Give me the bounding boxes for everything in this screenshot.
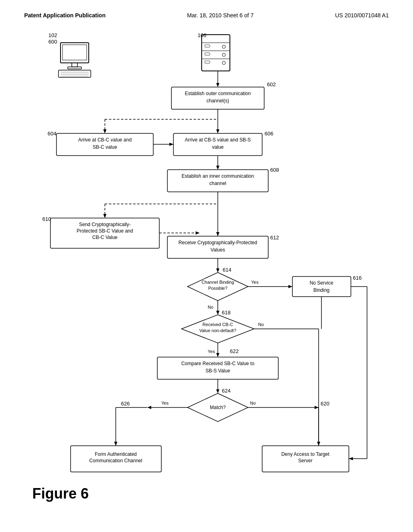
box-608-line2: channel [209,181,226,186]
svg-marker-58 [216,389,219,393]
svg-marker-67 [114,442,117,446]
box-602-line2: channel(s) [206,98,229,104]
diamond-614-line1: Channel Binding [202,280,234,285]
svg-marker-55 [216,353,219,357]
box-622-line2: SB-S Value [205,368,230,374]
yes-618: Yes [208,349,215,354]
box-604-line2: SB-C value [93,144,117,150]
page: Patent Application Publication Mar. 18, … [0,0,413,532]
box-606-line1: Arrive at CB-S value and SB-S [185,137,250,143]
label-600: 600 [48,39,57,45]
yes-624: Yes [161,401,169,405]
svg-marker-51 [216,311,219,315]
label-618: 618 [222,310,231,316]
svg-marker-60 [147,406,151,409]
yes-614: Yes [251,280,259,285]
label-624: 624 [222,388,231,394]
no-618: No [258,322,264,327]
label-620: 620 [321,401,330,407]
box-620-line2: Server [298,458,312,463]
svg-rect-49 [292,276,351,297]
svg-rect-1 [63,45,87,60]
server-icon [202,35,230,71]
label-612: 612 [270,235,279,241]
header-left: Patent Application Publication [24,12,106,19]
label-616: 616 [353,275,362,281]
computer-client-icon [58,43,91,77]
label-614: 614 [223,267,232,273]
diamond-614-line2: Possible? [208,286,227,291]
label-604: 604 [48,131,56,137]
label-622: 622 [230,348,239,354]
svg-rect-15 [205,45,210,47]
box-626-line1: Form Authenticated [95,451,137,457]
svg-rect-17 [205,61,210,63]
box-610-line3: CB-C Value [92,235,118,240]
box-620-line1: Deny Access to Target [281,451,330,457]
svg-marker-19 [216,83,219,87]
label-102: 102 [48,32,57,38]
box-610-line2: Protected SB-C Value and [77,228,133,234]
svg-point-12 [222,45,225,48]
diamond-618-line2: Value non-default? [199,328,236,333]
svg-marker-24 [103,129,106,133]
box-616-line2: Binding [313,287,330,293]
page-header: Patent Application Publication Mar. 18, … [24,12,389,19]
diamond-624-label: Match? [210,405,226,410]
label-106: 106 [198,32,206,38]
box-606-line2: value [212,144,224,150]
diagram-area: 102 106 600 Establish outer communicatio… [24,31,389,506]
box-612-line1: Receive Cryptographically-Protected [179,240,257,245]
svg-marker-32 [216,166,219,170]
svg-point-13 [222,53,225,56]
diagram-svg: 102 106 600 Establish outer communicatio… [24,31,389,506]
no-624: No [250,401,256,405]
svg-marker-62 [315,406,319,409]
label-610: 610 [42,216,51,222]
box-616-line1: No Service [310,280,334,286]
svg-rect-3 [68,67,81,69]
svg-marker-27 [216,129,219,133]
box-622-line1: Compare Received SB-C Value to [181,361,254,366]
svg-marker-69 [317,442,320,446]
svg-marker-44 [216,232,219,236]
svg-marker-46 [216,268,219,272]
box-610-line1: Send Cryptographically- [79,222,131,227]
svg-marker-74 [349,457,353,460]
figure-label: Figure 6 [32,485,89,502]
svg-marker-30 [169,143,173,146]
box-604-line1: Arrive at CB-C value and [78,137,132,143]
svg-marker-37 [103,214,106,218]
box-602-line1: Establish outer communication [185,91,250,96]
svg-marker-48 [288,285,292,288]
diamond-618-line1: Received CB-C [202,322,233,327]
label-602: 602 [267,81,276,87]
no-614: No [208,305,213,310]
header-center: Mar. 18, 2010 Sheet 6 of 7 [187,12,254,19]
box-626-line2: Communication Channel [89,458,142,463]
svg-point-14 [222,61,225,64]
svg-rect-2 [72,63,77,67]
label-626: 626 [121,401,130,407]
box-612-line2: Values [211,247,225,253]
label-606: 606 [265,131,273,137]
label-608: 608 [270,167,279,173]
svg-marker-40 [196,231,200,235]
svg-rect-4 [58,70,91,77]
header-right: US 2010/0071048 A1 [335,12,389,19]
box-608-line1: Establish an inner communication [181,173,254,179]
svg-rect-16 [205,53,210,55]
